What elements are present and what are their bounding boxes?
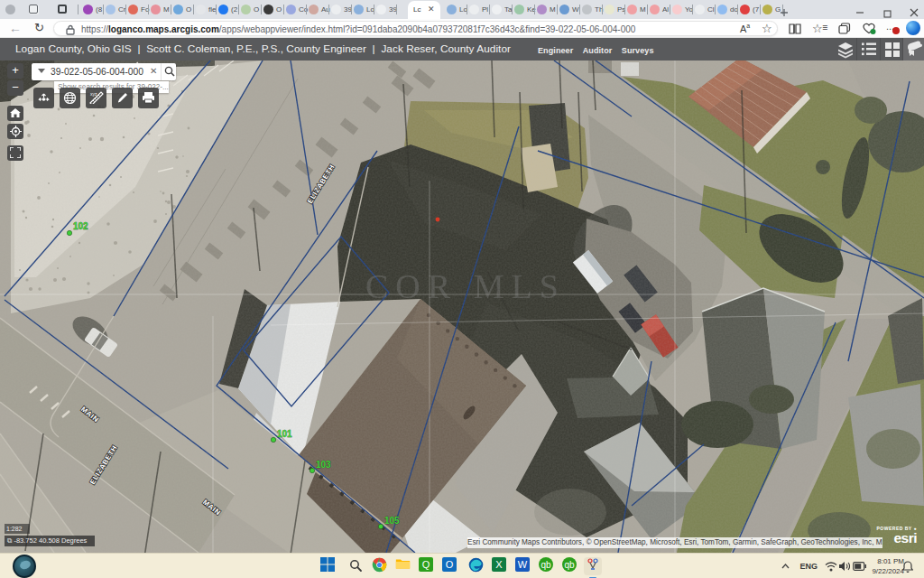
svg-text:Q: Q [422,559,430,570]
svg-text:qb: qb [541,560,551,570]
svg-text:103: 103 [316,460,331,470]
svg-text:W: W [518,559,528,570]
svg-text:X: X [495,559,503,570]
svg-text:qb: qb [564,560,575,570]
svg-text:O: O [446,559,454,570]
svg-text:105: 105 [384,516,400,526]
svg-text:xyz: xyz [90,91,97,97]
svg-text:101: 101 [277,429,292,439]
svg-text:102: 102 [73,221,88,231]
